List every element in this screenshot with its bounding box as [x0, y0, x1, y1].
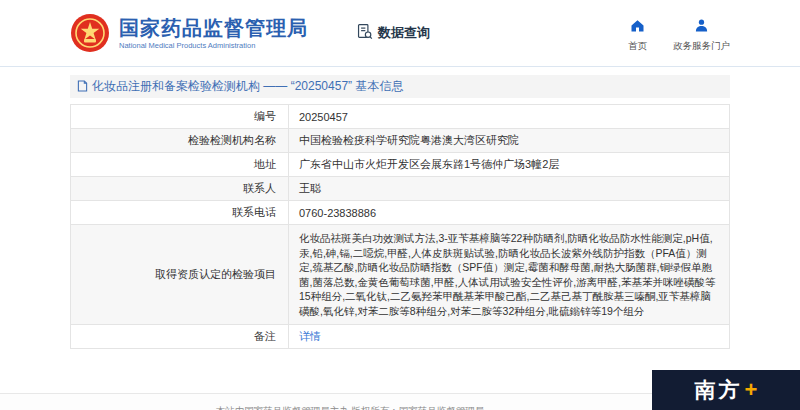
details-link[interactable]: 详情: [299, 330, 321, 342]
data-query-label: 数据查询: [378, 24, 430, 42]
national-emblem-logo: [70, 13, 110, 53]
table-row: 联系电话 0760-23838886: [71, 201, 730, 225]
table-row-certified-items: 取得资质认定的检验项目 化妆品祛斑美白功效测试方法,3-亚苄基樟脑等22种防晒剂…: [71, 225, 730, 325]
table-row: 联系人 王聪: [71, 177, 730, 201]
nav-item-home[interactable]: 首页: [628, 18, 647, 53]
home-icon: [630, 18, 645, 40]
row-label: 联系电话: [71, 201, 289, 225]
table-row-remark: 备注 详情: [71, 325, 730, 349]
document-icon: [77, 78, 92, 96]
header-nav: 首页 政务服务门户: [628, 14, 730, 53]
page-title: 化妆品注册和备案检验检测机构 —— “20250457” 基本信息: [92, 78, 403, 95]
row-value: 中国检验检疫科学研究院粤港澳大湾区研究院: [289, 129, 730, 153]
site-subtitle: National Medical Products Administration: [119, 41, 308, 50]
site-title: 国家药品监督管理局: [119, 17, 308, 39]
row-label: 地址: [71, 153, 289, 177]
nav-portal-label: 政务服务门户: [673, 40, 730, 53]
watermark-plus: +: [745, 377, 758, 403]
site-header: 国家药品监督管理局 National Medical Products Admi…: [0, 0, 800, 67]
row-label: 编号: [71, 105, 289, 129]
user-icon: [694, 18, 709, 40]
nav-home-label: 首页: [628, 40, 647, 53]
row-value: 王聪: [289, 177, 730, 201]
footer-text-block: 本站由国家药品监督管理局主办 版权所有：国家药品监督管理局 Copyright …: [60, 403, 550, 410]
row-value: 广东省中山市火炬开发区会展东路1号德仲广场3幢2层: [289, 153, 730, 177]
data-query-tab[interactable]: 数据查询: [356, 23, 430, 44]
row-value: 化妆品祛斑美白功效测试方法,3-亚苄基樟脑等22种防晒剂,防晒化妆品防水性能测定…: [289, 225, 730, 325]
row-label: 取得资质认定的检验项目: [71, 225, 289, 325]
row-label: 备注: [71, 325, 289, 349]
nav-item-portal[interactable]: 政务服务门户: [673, 18, 730, 53]
table-row: 检验检测机构名称 中国检验检疫科学研究院粤港澳大湾区研究院: [71, 129, 730, 153]
row-value: 20250457: [289, 105, 730, 129]
brand-block: 国家药品监督管理局 National Medical Products Admi…: [119, 17, 308, 50]
table-row: 编号 20250457: [71, 105, 730, 129]
table-row: 地址 广东省中山市火炬开发区会展东路1号德仲广场3幢2层: [71, 153, 730, 177]
row-label: 检验检测机构名称: [71, 129, 289, 153]
footer-host-line: 本站由国家药品监督管理局主办 版权所有：国家药品监督管理局: [150, 403, 550, 410]
document-search-icon: [356, 23, 378, 44]
page-title-bar: 化妆品注册和备案检验检测机构 —— “20250457” 基本信息: [70, 75, 730, 98]
institution-info-table: 编号 20250457 检验检测机构名称 中国检验检疫科学研究院粤港澳大湾区研究…: [70, 104, 730, 349]
site-footer: 本站由国家药品监督管理局主办 版权所有：国家药品监督管理局 Copyright …: [0, 393, 800, 410]
row-value: 0760-23838886: [289, 201, 730, 225]
nanfang-plus-watermark: 南方 +: [652, 370, 800, 410]
watermark-text: 南方: [695, 376, 743, 404]
row-label: 联系人: [71, 177, 289, 201]
